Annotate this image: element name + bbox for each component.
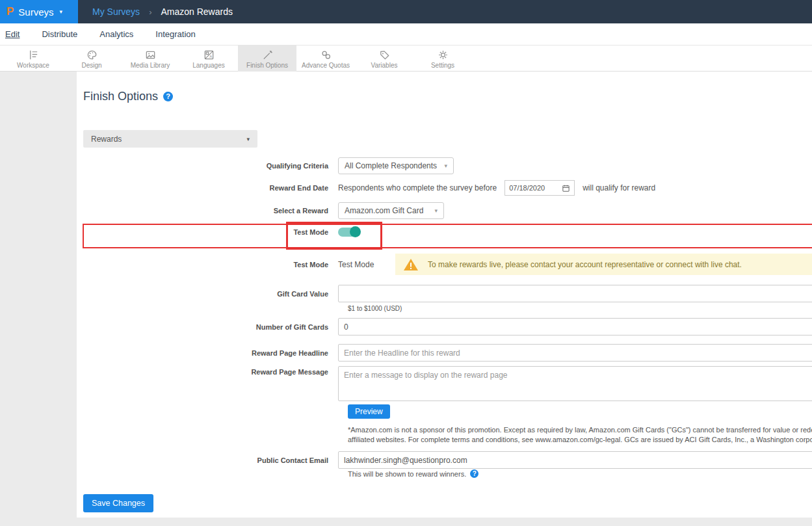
caret-down-icon: ▾ — [246, 136, 250, 142]
questionpro-logo-icon: P — [7, 5, 14, 18]
row-reward-headline: Reward Page Headline — [77, 344, 812, 362]
main-content: Finish Options ? Rewards ▾ Qualifying Cr… — [77, 72, 812, 518]
languages-icon: A — [203, 49, 215, 61]
row-select-reward: Select a Reward Amazon.com Gift Card ▾ — [77, 202, 812, 219]
test-mode-status-value: Test Mode — [338, 260, 395, 269]
nav-tab-integration[interactable]: Integration — [155, 29, 195, 39]
section-nav: Edit Distribute Analytics Integration — [0, 23, 812, 46]
nav-tab-analytics[interactable]: Analytics — [99, 29, 133, 39]
number-gift-cards-input[interactable] — [338, 318, 812, 335]
caret-down-icon: ▾ — [60, 8, 63, 15]
app-switcher[interactable]: P Surveys ▾ — [0, 0, 78, 23]
row-gift-card-value: Gift Card Value — [77, 285, 812, 302]
reward-message-label: Reward Page Message — [77, 366, 338, 376]
nav-tab-distribute[interactable]: Distribute — [42, 29, 77, 39]
select-reward-select[interactable]: Amazon.com Gift Card ▾ — [338, 202, 444, 219]
help-icon[interactable]: ? — [163, 92, 173, 101]
page-title: Finish Options — [83, 90, 158, 103]
breadcrumb-current: Amazon Rewards — [161, 7, 233, 17]
amazon-disclaimer: *Amazon.com is not a sponsor of this pro… — [348, 425, 812, 445]
gift-card-value-label: Gift Card Value — [77, 290, 338, 298]
preview-button[interactable]: Preview — [348, 404, 390, 419]
app-label: Surveys — [18, 7, 53, 18]
save-changes-button[interactable]: Save Changes — [83, 494, 153, 512]
breadcrumb-separator-icon: › — [149, 7, 151, 17]
disclaimer-line-1: *Amazon.com is not a sponsor of this pro… — [348, 425, 812, 435]
reward-message-textarea[interactable] — [338, 366, 812, 401]
variables-tag-icon — [378, 49, 391, 61]
toolbar-item-workspace[interactable]: Workspace — [4, 46, 62, 72]
chevron-down-icon: ▾ — [444, 163, 447, 169]
qualifying-criteria-select[interactable]: All Complete Respondents ▾ — [338, 157, 454, 174]
row-reward-end-date: Reward End Date Respondents who complete… — [77, 180, 812, 196]
breadcrumb: My Surveys › Amazon Rewards — [92, 7, 233, 17]
top-bar: P Surveys ▾ My Surveys › Amazon Rewards — [0, 0, 812, 23]
toggle-knob — [350, 226, 361, 237]
breadcrumb-my-surveys[interactable]: My Surveys — [92, 7, 140, 17]
row-number-gift-cards: Number of Gift Cards — [77, 318, 812, 335]
edit-toolbar: Workspace Design Media Library A Languag… — [0, 46, 812, 72]
end-date-prefix-text: Respondents who complete the survey befo… — [338, 183, 497, 192]
row-qualifying-criteria: Qualifying Criteria All Complete Respond… — [77, 157, 812, 174]
end-date-suffix-text: will qualify for reward — [583, 183, 655, 192]
banner-text: To make rewards live, please contact you… — [428, 260, 742, 269]
warning-triangle-icon — [403, 257, 419, 272]
chevron-down-icon: ▾ — [434, 207, 438, 214]
nav-tab-edit[interactable]: Edit — [5, 29, 20, 39]
test-mode-toggle-label: Test Mode — [77, 228, 338, 236]
media-library-icon — [144, 49, 157, 61]
workspace-icon — [27, 49, 40, 61]
design-palette-icon — [86, 49, 98, 61]
reward-end-date-input[interactable]: 07/18/2020 — [504, 180, 575, 196]
toolbar-item-languages[interactable]: A Languages — [179, 46, 238, 72]
settings-gear-icon — [437, 49, 449, 61]
row-test-mode-status: Test Mode Test Mode To make rewards live… — [77, 254, 812, 275]
reward-type-select[interactable]: Rewards ▾ — [83, 130, 257, 148]
row-test-mode-toggle: Test Mode — [77, 228, 812, 237]
toolbar-item-settings[interactable]: Settings — [413, 46, 472, 72]
toolbar-item-advance-quotas[interactable]: Advance Quotas — [296, 46, 355, 72]
public-contact-email-label: Public Contact Email — [77, 456, 338, 464]
gift-card-value-hint: $1 to $1000 (USD) — [348, 305, 402, 312]
toolbar-item-design[interactable]: Design — [62, 46, 121, 72]
test-mode-status-label: Test Mode — [77, 261, 338, 269]
toolbar-item-variables[interactable]: Variables — [355, 46, 413, 72]
reward-type-value: Rewards — [91, 135, 122, 144]
finish-options-wand-icon — [261, 49, 274, 61]
public-contact-email-hint: This will be shown to reward winners. ? — [348, 469, 478, 478]
public-contact-email-input[interactable] — [338, 451, 812, 469]
gift-card-value-input[interactable] — [338, 285, 812, 302]
calendar-icon — [562, 184, 570, 192]
toolbar-item-media-library[interactable]: Media Library — [121, 46, 179, 72]
reward-headline-label: Reward Page Headline — [77, 349, 338, 357]
advance-quotas-icon — [320, 49, 332, 61]
reward-end-date-label: Reward End Date — [77, 184, 338, 192]
test-mode-warning-banner: To make rewards live, please contact you… — [395, 254, 812, 275]
row-public-contact-email: Public Contact Email — [77, 451, 812, 469]
row-reward-message: Reward Page Message — [77, 366, 812, 401]
disclaimer-line-2: affiliated websites. For complete terms … — [348, 435, 812, 445]
number-gift-cards-label: Number of Gift Cards — [77, 323, 338, 331]
toolbar-item-finish-options[interactable]: Finish Options — [238, 46, 296, 72]
test-mode-toggle[interactable] — [338, 228, 360, 237]
qualifying-criteria-label: Qualifying Criteria — [77, 162, 338, 170]
select-reward-label: Select a Reward — [77, 207, 338, 215]
svg-text:A: A — [209, 54, 213, 59]
reward-headline-input[interactable] — [338, 344, 812, 362]
help-icon[interactable]: ? — [470, 469, 478, 478]
